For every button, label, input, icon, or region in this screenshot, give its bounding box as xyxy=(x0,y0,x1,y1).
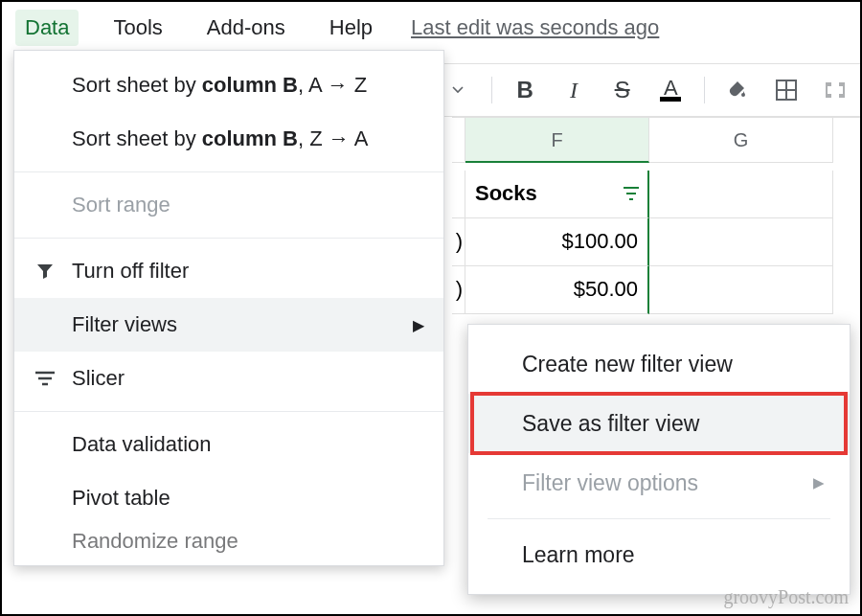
slicer[interactable]: Slicer xyxy=(14,352,443,405)
toolbar-divider xyxy=(704,77,705,103)
menu-item-label: Save as filter view xyxy=(522,411,699,437)
cell-text: Socks xyxy=(475,181,537,205)
menu-help[interactable]: Help xyxy=(320,10,382,46)
menu-item-label: Randomize range xyxy=(72,529,238,554)
randomize-range[interactable]: Randomize range xyxy=(14,525,443,558)
spreadsheet: F G Socks ) $100.00 ) $50.00 xyxy=(452,171,860,314)
table-row: Socks xyxy=(452,171,860,218)
filter-views[interactable]: Filter views ▶ xyxy=(14,298,443,352)
toolbar-divider xyxy=(491,77,492,103)
learn-more[interactable]: Learn more xyxy=(468,525,850,584)
filter-view-options: Filter view options ▶ xyxy=(468,453,850,513)
save-as-filter-view[interactable]: Save as filter view xyxy=(468,394,850,453)
sort-sheet-za[interactable]: Sort sheet by column B, Z → A xyxy=(14,112,443,166)
menu-item-label: Create new filter view xyxy=(522,352,733,377)
cell-value[interactable]: $100.00 xyxy=(465,218,649,266)
menu-item-label: Sort range xyxy=(72,193,170,217)
menu-addons[interactable]: Add-ons xyxy=(197,10,295,46)
cell-header-socks[interactable]: Socks xyxy=(465,171,649,218)
table-row: ) $100.00 xyxy=(452,218,860,266)
menu-item-label: Filter view options xyxy=(522,470,698,496)
filter-icon[interactable] xyxy=(623,186,640,201)
borders-button[interactable] xyxy=(771,74,803,106)
pivot-table[interactable]: Pivot table xyxy=(14,471,443,525)
sort-sheet-az[interactable]: Sort sheet by column B, A → Z xyxy=(14,58,443,112)
menubar: Data Tools Add-ons Help Last edit was se… xyxy=(2,2,860,54)
slicer-icon xyxy=(34,367,57,390)
last-edit-link[interactable]: Last edit was seconds ago xyxy=(411,15,659,40)
column-headers: F G xyxy=(452,117,860,163)
submenu-arrow-icon: ▶ xyxy=(413,316,424,334)
cell-value[interactable]: $50.00 xyxy=(465,266,649,314)
more-dropdown-arrow[interactable] xyxy=(442,74,474,106)
menu-separator xyxy=(488,518,830,519)
cell[interactable] xyxy=(649,218,833,266)
menu-item-label: Filter views xyxy=(72,312,177,337)
cell-fragment[interactable] xyxy=(452,171,465,218)
toolbar: B I S A xyxy=(433,63,860,117)
menu-separator xyxy=(14,238,443,239)
cell[interactable] xyxy=(649,266,833,314)
submenu-arrow-icon: ▶ xyxy=(813,474,825,491)
data-menu-dropdown: Sort sheet by column B, A → Z Sort sheet… xyxy=(13,50,444,566)
cell[interactable] xyxy=(649,171,833,218)
funnel-icon xyxy=(34,260,57,283)
menu-data[interactable]: Data xyxy=(15,10,79,46)
menu-item-label: Sort sheet by column B, A → Z xyxy=(72,73,367,98)
col-header-g[interactable]: G xyxy=(649,118,833,163)
data-validation[interactable]: Data validation xyxy=(14,418,443,471)
merge-cells-button[interactable] xyxy=(819,74,851,106)
create-new-filter-view[interactable]: Create new filter view xyxy=(468,334,850,394)
menu-item-label: Learn more xyxy=(522,542,635,568)
menu-item-label: Data validation xyxy=(72,432,212,457)
watermark: groovyPost.com xyxy=(723,586,849,608)
menu-item-label: Slicer xyxy=(72,366,125,391)
menu-tools[interactable]: Tools xyxy=(103,10,171,46)
strikethrough-button[interactable]: S xyxy=(606,74,638,106)
menu-separator xyxy=(14,171,443,172)
cell-fragment[interactable]: ) xyxy=(452,266,465,314)
turn-off-filter[interactable]: Turn off filter xyxy=(14,244,443,298)
fill-color-button[interactable] xyxy=(722,74,754,106)
col-header-f[interactable]: F xyxy=(465,118,649,163)
text-color-button[interactable]: A xyxy=(655,74,687,106)
menu-item-label: Sort sheet by column B, Z → A xyxy=(72,126,368,151)
text-color-letter: A xyxy=(664,80,678,97)
filter-views-submenu: Create new filter view Save as filter vi… xyxy=(467,324,851,595)
cell-fragment[interactable]: ) xyxy=(452,218,465,266)
sort-range: Sort range xyxy=(14,178,443,232)
col-header-fragment[interactable] xyxy=(452,118,465,163)
menu-separator xyxy=(14,411,443,412)
menu-item-label: Turn off filter xyxy=(72,259,189,284)
bold-button[interactable]: B xyxy=(510,74,541,106)
text-color-swatch xyxy=(660,97,681,102)
menu-item-label: Pivot table xyxy=(72,486,170,511)
italic-button[interactable]: I xyxy=(558,74,590,106)
table-row: ) $50.00 xyxy=(452,266,860,314)
